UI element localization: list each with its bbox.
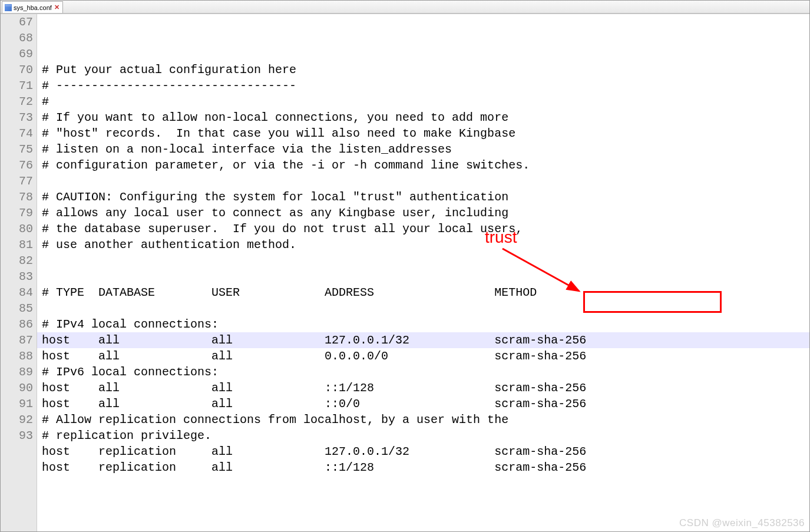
code-line[interactable]: # IPv4 local connections: xyxy=(37,316,809,332)
line-number: 92 xyxy=(1,412,33,428)
line-number: 73 xyxy=(1,110,33,125)
line-number: 81 xyxy=(1,237,33,253)
editor: 6768697071727374757677787980818283848586… xyxy=(1,14,809,531)
code-line[interactable] xyxy=(37,253,809,269)
line-number: 90 xyxy=(1,380,33,396)
file-icon xyxy=(5,4,12,11)
code-line[interactable]: host replication all 127.0.0.1/32 scram-… xyxy=(37,444,809,460)
code-line[interactable]: # replication privilege. xyxy=(37,428,809,444)
line-number: 68 xyxy=(1,30,33,46)
code-line[interactable]: # IPv6 local connections: xyxy=(37,364,809,380)
code-line[interactable] xyxy=(37,475,809,491)
annotation-text: trust xyxy=(485,229,517,245)
file-tab[interactable]: sys_hba.conf ✕ xyxy=(2,1,63,13)
line-number: 71 xyxy=(1,78,33,94)
line-number: 72 xyxy=(1,94,33,110)
code-line[interactable] xyxy=(37,173,809,189)
code-line[interactable] xyxy=(37,269,809,285)
code-line[interactable]: # listen on a non-local interface via th… xyxy=(37,141,809,157)
line-number: 70 xyxy=(1,62,33,78)
line-number: 83 xyxy=(1,269,33,285)
file-tab-label: sys_hba.conf xyxy=(14,4,52,11)
line-number: 86 xyxy=(1,316,33,332)
line-number: 82 xyxy=(1,253,33,269)
line-number: 93 xyxy=(1,428,33,444)
line-number: 77 xyxy=(1,173,33,189)
line-number: 74 xyxy=(1,125,33,141)
line-number: 85 xyxy=(1,300,33,316)
code-line[interactable]: # xyxy=(37,94,809,110)
code-line[interactable]: host replication all ::1/128 scram-sha-2… xyxy=(37,460,809,475)
code-line[interactable]: host all all 0.0.0.0/0 scram-sha-256 xyxy=(37,348,809,364)
line-number: 67 xyxy=(1,14,33,30)
code-line[interactable]: host all all ::0/0 scram-sha-256 xyxy=(37,396,809,412)
code-line[interactable]: # Put your actual configuration here xyxy=(37,62,809,78)
line-number: 84 xyxy=(1,285,33,300)
line-number: 76 xyxy=(1,157,33,173)
line-number: 88 xyxy=(1,348,33,364)
line-number: 69 xyxy=(1,46,33,62)
line-number: 78 xyxy=(1,189,33,205)
code-line[interactable]: # ---------------------------------- xyxy=(37,78,809,94)
annotation-arrow xyxy=(502,249,585,296)
code-line[interactable]: # If you want to allow non-local connect… xyxy=(37,110,809,125)
line-number-gutter: 6768697071727374757677787980818283848586… xyxy=(1,14,37,531)
code-area[interactable]: # Put your actual configuration here# --… xyxy=(37,14,809,531)
code-line[interactable]: # allows any local user to connect as an… xyxy=(37,205,809,221)
watermark: CSDN @weixin_45382536 xyxy=(679,517,805,529)
svg-line-0 xyxy=(502,249,579,291)
code-line[interactable]: host all all 127.0.0.1/32 scram-sha-256 xyxy=(37,332,809,348)
code-line[interactable]: # "host" records. In that case you will … xyxy=(37,125,809,141)
line-number: 80 xyxy=(1,221,33,237)
line-number: 87 xyxy=(1,332,33,348)
code-line[interactable]: # Allow replication connections from loc… xyxy=(37,412,809,428)
code-line[interactable]: # configuration parameter, or via the -i… xyxy=(37,157,809,173)
code-line[interactable]: # use another authentication method. xyxy=(37,237,809,253)
line-number: 89 xyxy=(1,364,33,380)
line-number: 79 xyxy=(1,205,33,221)
code-line[interactable]: host all all ::1/128 scram-sha-256 xyxy=(37,380,809,396)
code-line[interactable]: # the database superuser. If you do not … xyxy=(37,221,809,237)
tab-bar: sys_hba.conf ✕ xyxy=(1,1,809,14)
annotation-box xyxy=(583,291,722,313)
line-number: 75 xyxy=(1,141,33,157)
code-line[interactable]: # CAUTION: Configuring the system for lo… xyxy=(37,189,809,205)
close-icon[interactable]: ✕ xyxy=(54,4,60,11)
line-number: 91 xyxy=(1,396,33,412)
